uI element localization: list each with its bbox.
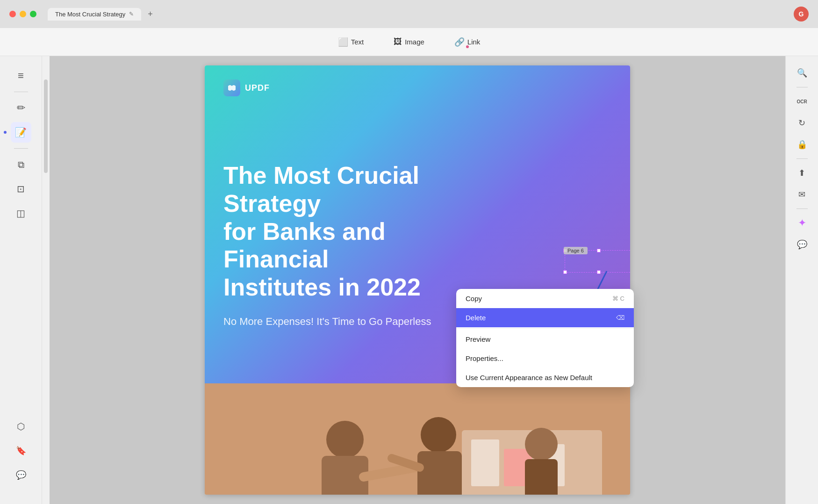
tab[interactable]: The Most Crucial Strategy ✎ bbox=[48, 8, 141, 21]
pdf-title-line1: The Most Crucial Strategy bbox=[223, 162, 419, 217]
ocr-icon[interactable]: OCR bbox=[793, 92, 811, 111]
context-delete-shortcut: ⌫ bbox=[616, 314, 624, 321]
active-indicator-dot bbox=[4, 131, 7, 134]
svg-point-14 bbox=[525, 428, 558, 461]
svg-rect-15 bbox=[525, 459, 558, 495]
context-delete-label: Delete bbox=[466, 314, 486, 322]
context-menu[interactable]: Copy ⌘ C Delete ⌫ Preview Properties... … bbox=[456, 289, 634, 387]
new-tab-button[interactable]: + bbox=[148, 9, 153, 19]
handle-top-middle[interactable] bbox=[597, 249, 601, 252]
protect-icon[interactable]: 🔒 bbox=[793, 135, 811, 154]
email-icon[interactable]: ✉ bbox=[793, 185, 811, 204]
rs-divider-3 bbox=[796, 209, 808, 209]
pdf-title-line2: for Banks and Financial bbox=[223, 218, 386, 273]
sidebar-divider-2 bbox=[14, 148, 28, 149]
main-window: ⬜ Text 🖼 Image 🔗 Link ≡ ✏ 📝 ⧉ bbox=[0, 28, 818, 504]
handle-bottom-left[interactable] bbox=[563, 270, 567, 274]
maximize-button[interactable] bbox=[30, 11, 36, 17]
photo-illustration bbox=[205, 383, 630, 495]
image-tool-icon: 🖼 bbox=[394, 37, 402, 47]
chat-icon[interactable]: 💬 bbox=[793, 235, 811, 254]
context-use-default[interactable]: Use Current Appearance as New Default bbox=[456, 368, 634, 387]
image-tool[interactable]: 🖼 Image bbox=[388, 34, 430, 50]
context-preview[interactable]: Preview bbox=[456, 330, 634, 349]
context-copy-label: Copy bbox=[466, 295, 482, 302]
pdf-title: The Most Crucial Strategy for Banks and … bbox=[223, 162, 495, 302]
share-icon[interactable]: ⬆ bbox=[793, 164, 811, 182]
svg-point-6 bbox=[421, 417, 456, 453]
traffic-lights bbox=[9, 11, 36, 17]
updf-logo-text: UPDF bbox=[245, 83, 270, 93]
pages-icon[interactable]: ≡ bbox=[11, 65, 31, 86]
context-preview-label: Preview bbox=[466, 335, 490, 343]
layers-icon[interactable]: ⬡ bbox=[11, 416, 31, 437]
text-tool[interactable]: ⬜ Text bbox=[332, 34, 370, 50]
svg-rect-7 bbox=[417, 451, 462, 495]
context-use-default-label: Use Current Appearance as New Default bbox=[466, 374, 592, 382]
updf-logo-icon bbox=[223, 79, 240, 96]
edit-mode-icon[interactable]: 📝 bbox=[11, 122, 31, 143]
vertical-scrollbar[interactable] bbox=[42, 56, 50, 504]
sidebar-divider-1 bbox=[14, 92, 28, 92]
tab-edit-icon: ✎ bbox=[129, 11, 134, 17]
left-sidebar: ≡ ✏ 📝 ⧉ ⊡ ◫ ⬡ 🔖 💬 bbox=[0, 56, 42, 504]
close-button[interactable] bbox=[9, 11, 16, 17]
context-copy[interactable]: Copy ⌘ C bbox=[456, 289, 634, 308]
page-label: Page 6 bbox=[564, 247, 588, 254]
rs-divider-2 bbox=[796, 158, 808, 159]
search-icon[interactable]: 🔍 bbox=[793, 64, 811, 82]
svg-rect-11 bbox=[471, 439, 499, 486]
pdf-photo-section bbox=[205, 383, 630, 495]
pdf-document: UPDF The Most Crucial Strategy for Banks… bbox=[205, 65, 630, 495]
page-org-icon[interactable]: ⧉ bbox=[11, 154, 31, 175]
content-area: ≡ ✏ 📝 ⧉ ⊡ ◫ ⬡ 🔖 💬 bbox=[0, 56, 818, 504]
text-tool-icon: ⬜ bbox=[338, 37, 348, 47]
context-divider-1 bbox=[456, 328, 634, 329]
context-copy-shortcut: ⌘ C bbox=[612, 295, 624, 302]
compress-icon[interactable]: ⊡ bbox=[11, 179, 31, 199]
context-properties[interactable]: Properties... bbox=[456, 349, 634, 368]
link-tool[interactable]: 🔗 Link bbox=[449, 34, 486, 50]
right-sidebar: 🔍 OCR ↻ 🔒 ⬆ ✉ ✦ 💬 bbox=[785, 56, 818, 504]
minimize-button[interactable] bbox=[20, 11, 26, 17]
canvas-area[interactable]: UPDF The Most Crucial Strategy for Banks… bbox=[50, 56, 785, 504]
pdf-title-line3: Institutes in 2022 bbox=[223, 274, 421, 301]
annotate-icon[interactable]: ✏ bbox=[11, 98, 31, 118]
text-tool-label: Text bbox=[351, 38, 364, 46]
convert-icon[interactable]: ↻ bbox=[793, 114, 811, 132]
handle-bottom-middle[interactable] bbox=[597, 270, 601, 274]
link-tool-icon: 🔗 bbox=[454, 37, 465, 47]
image-tool-label: Image bbox=[405, 38, 424, 46]
sidebar-bottom: ⬡ 🔖 💬 bbox=[11, 416, 31, 495]
ai-magic-icon[interactable]: ✦ bbox=[793, 214, 811, 232]
context-properties-label: Properties... bbox=[466, 354, 503, 362]
link-active-dot bbox=[466, 45, 469, 48]
rs-divider-1 bbox=[796, 87, 808, 87]
bookmark-icon[interactable]: 🔖 bbox=[11, 440, 31, 461]
titlebar: The Most Crucial Strategy ✎ + G bbox=[0, 0, 818, 28]
svg-point-4 bbox=[326, 421, 364, 458]
updf-logo: UPDF bbox=[223, 79, 611, 96]
toolbar: ⬜ Text 🖼 Image 🔗 Link bbox=[0, 28, 818, 56]
tab-title: The Most Crucial Strategy bbox=[55, 11, 125, 18]
comment-icon[interactable]: 💬 bbox=[11, 465, 31, 485]
avatar[interactable]: G bbox=[794, 7, 809, 22]
batch-icon[interactable]: ◫ bbox=[11, 203, 31, 223]
tab-area: The Most Crucial Strategy ✎ + bbox=[48, 8, 153, 21]
context-delete[interactable]: Delete ⌫ bbox=[456, 308, 634, 327]
link-tool-label: Link bbox=[467, 38, 481, 46]
scrollbar-thumb[interactable] bbox=[44, 79, 48, 173]
